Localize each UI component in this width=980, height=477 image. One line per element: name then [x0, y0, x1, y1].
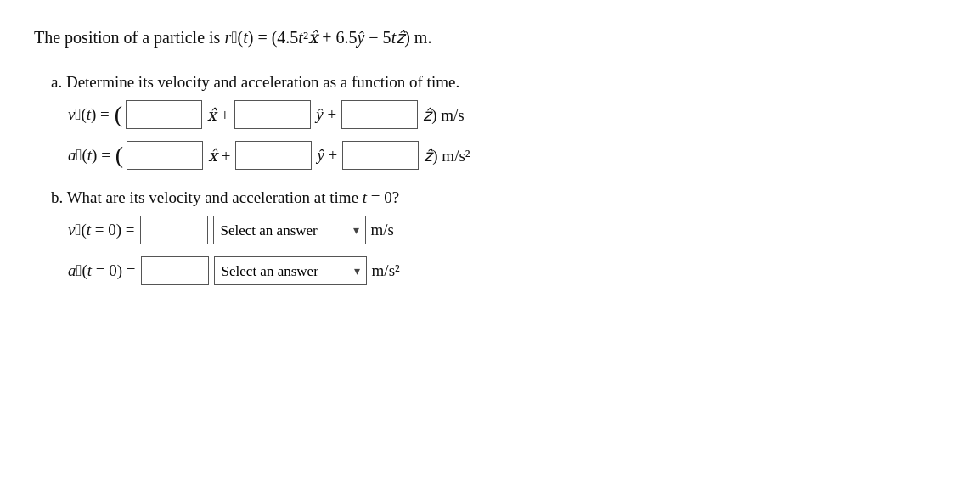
part-a-label: a. Determine its velocity and accelerati…: [51, 73, 946, 92]
acceleration-t0-value-input[interactable]: [141, 256, 209, 285]
velocity-y-input[interactable]: [234, 100, 311, 129]
velocity-z-input[interactable]: [341, 100, 418, 129]
velocity-t0-row: v⃗(t = 0) = Select an answer m/s: [68, 216, 946, 244]
velocity-lhs: v⃗(t) =: [68, 105, 110, 124]
acceleration-y-input[interactable]: [235, 141, 312, 170]
acceleration-t0-units: m/s²: [372, 261, 400, 280]
acceleration-t0-row: a⃗(t = 0) = Select an answer m/s²: [68, 256, 946, 285]
acceleration-t0-select[interactable]: Select an answer: [214, 256, 367, 285]
velocity-t0-value-input[interactable]: [140, 216, 208, 244]
part-b-label: b. What are its velocity and acceleratio…: [51, 188, 946, 207]
main-content: The position of a particle is r⃗(t) = (4…: [34, 25, 946, 302]
acceleration-y-hat: ŷ +: [317, 146, 337, 165]
acceleration-x-hat: x̂ +: [208, 146, 230, 166]
part-a: a. Determine its velocity and accelerati…: [51, 73, 946, 170]
acceleration-t0-lhs: a⃗(t = 0) =: [68, 261, 136, 280]
velocity-t0-select-wrapper[interactable]: Select an answer: [213, 216, 366, 244]
part-b: b. What are its velocity and acceleratio…: [51, 188, 946, 285]
open-paren-a: (: [115, 143, 123, 167]
velocity-t0-units: m/s: [371, 221, 394, 239]
velocity-t0-select[interactable]: Select an answer: [213, 216, 366, 244]
acceleration-t0-select-wrapper[interactable]: Select an answer: [214, 256, 367, 285]
acceleration-x-input[interactable]: [127, 141, 203, 170]
velocity-y-hat: ŷ +: [316, 105, 336, 124]
acceleration-lhs: a⃗(t) =: [68, 146, 110, 165]
acceleration-z-hat-units: ẑ) m/s²: [424, 146, 470, 166]
acceleration-z-input[interactable]: [342, 141, 419, 170]
problem-statement: The position of a particle is r⃗(t) = (4…: [34, 25, 946, 49]
open-paren-v: (: [115, 103, 122, 126]
velocity-t0-lhs: v⃗(t = 0) =: [68, 221, 135, 239]
velocity-x-hat: x̂ +: [207, 105, 229, 125]
velocity-x-input[interactable]: [126, 100, 202, 129]
acceleration-equation-row: a⃗(t) = ( x̂ + ŷ + ẑ) m/s²: [68, 141, 946, 170]
velocity-equation-row: v⃗(t) = ( x̂ + ŷ + ẑ) m/s: [68, 100, 946, 129]
velocity-z-hat-units: ẑ) m/s: [423, 105, 465, 125]
